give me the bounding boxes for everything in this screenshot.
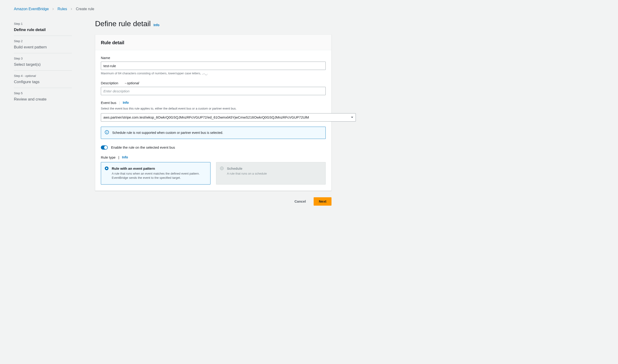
breadcrumb-service-link[interactable]: Amazon EventBridge xyxy=(14,6,49,12)
step-number: Step 1 xyxy=(14,22,72,26)
breadcrumb-rules-link[interactable]: Rules xyxy=(57,6,67,12)
event-bus-desc: Select the event bus this rule applies t… xyxy=(101,106,326,111)
description-label-text: Description xyxy=(101,81,118,85)
rule-type-options: Rule with an event pattern A rule that r… xyxy=(101,162,326,184)
event-bus-label-text: Event bus xyxy=(101,100,116,105)
description-input[interactable] xyxy=(101,87,326,95)
event-bus-label: Event bus | Info xyxy=(101,100,326,105)
name-label: Name xyxy=(101,55,326,60)
enable-rule-label: Enable the rule on the selected event bu… xyxy=(111,145,175,150)
label-divider: | xyxy=(118,155,119,160)
step-number: Step 3 xyxy=(14,56,72,61)
step-number: Step 2 xyxy=(14,39,72,43)
rule-type-info-link[interactable]: Info xyxy=(122,155,128,160)
info-alert: Schedule rule is not supported when cust… xyxy=(101,127,326,139)
event-bus-info-link[interactable]: Info xyxy=(123,101,129,105)
form-footer: Cancel Next xyxy=(95,197,331,206)
radio-icon xyxy=(220,167,224,170)
main-content: Define rule detail Info Rule detail Name… xyxy=(95,19,331,205)
option-desc: A rule that runs when an event matches t… xyxy=(112,172,206,180)
page-title: Define rule detail xyxy=(95,19,151,29)
toggle-knob xyxy=(104,146,107,149)
step-title: Configure tags xyxy=(14,79,72,85)
rule-type-event-pattern[interactable]: Rule with an event pattern A rule that r… xyxy=(101,162,210,184)
step-1[interactable]: Step 1 Define rule detail xyxy=(14,19,72,36)
step-number: Step 4 - optional xyxy=(14,74,72,78)
event-bus-field-row: Event bus | Info Select the event bus th… xyxy=(101,100,326,121)
rule-detail-panel: Rule detail Name Maximum of 64 character… xyxy=(95,35,331,191)
step-3[interactable]: Step 3 Select target(s) xyxy=(14,53,72,71)
breadcrumb: Amazon EventBridge Rules Create rule xyxy=(14,6,604,12)
step-optional-label: - optional xyxy=(23,74,36,78)
option-title: Schedule xyxy=(227,166,321,171)
step-title: Build event pattern xyxy=(14,44,72,50)
step-title: Review and create xyxy=(14,97,72,102)
chevron-right-icon xyxy=(52,6,54,12)
cancel-button[interactable]: Cancel xyxy=(289,197,311,206)
alert-text: Schedule rule is not supported when cust… xyxy=(112,130,223,135)
name-field-row: Name Maximum of 64 characters consisting… xyxy=(101,55,326,76)
breadcrumb-current: Create rule xyxy=(76,6,94,12)
step-5[interactable]: Step 5 Review and create xyxy=(14,88,72,105)
description-field-row: Description - optional xyxy=(101,81,326,95)
step-4[interactable]: Step 4 - optional Configure tags xyxy=(14,71,72,88)
rule-type-label-text: Rule type xyxy=(101,155,115,160)
description-optional-suffix: - optional xyxy=(125,81,139,85)
rule-type-label: Rule type | Info xyxy=(101,155,326,160)
step-navigation: Step 1 Define rule detail Step 2 Build e… xyxy=(14,19,72,105)
step-title: Define rule detail xyxy=(14,27,72,33)
step-title: Select target(s) xyxy=(14,62,72,67)
page-info-link[interactable]: Info xyxy=(153,23,160,27)
enable-rule-toggle[interactable] xyxy=(101,145,108,150)
option-title: Rule with an event pattern xyxy=(112,166,206,171)
step-number: Step 5 xyxy=(14,91,72,95)
panel-title: Rule detail xyxy=(101,39,326,46)
option-desc: A rule that runs on a schedule xyxy=(227,172,321,176)
enable-rule-row: Enable the rule on the selected event bu… xyxy=(101,145,326,150)
next-button[interactable]: Next xyxy=(314,197,331,206)
description-label: Description - optional xyxy=(101,81,326,85)
step-2[interactable]: Step 2 Build event pattern xyxy=(14,36,72,53)
schedule-alert-row: Schedule rule is not supported when cust… xyxy=(101,127,326,139)
radio-icon xyxy=(105,167,109,170)
label-divider: | xyxy=(119,100,120,105)
panel-header: Rule detail xyxy=(95,35,331,50)
step-num-text: Step 4 xyxy=(14,74,23,78)
rule-type-schedule: Schedule A rule that runs on a schedule xyxy=(216,162,326,184)
name-input[interactable] xyxy=(101,62,326,70)
name-help: Maximum of 64 characters consisting of n… xyxy=(101,71,326,76)
chevron-right-icon xyxy=(70,6,73,12)
info-icon xyxy=(105,130,109,136)
event-bus-select[interactable]: aws.partner/stripe.com.test/wksp_6OwkrQ0… xyxy=(101,113,356,122)
